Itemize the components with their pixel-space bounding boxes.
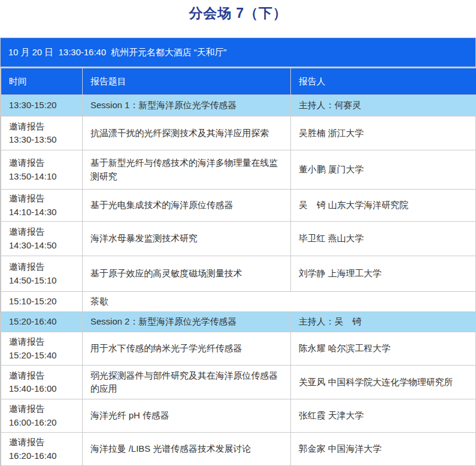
talk-title-cell: 海洋光纤 pH 传感器: [83, 399, 291, 433]
time-cell: 邀请报告14:30-14:50: [1, 222, 83, 256]
time-cell: 邀请报告16:00-16:20: [1, 399, 83, 433]
talk-title-cell: 海洋水母暴发监测技术研究: [83, 222, 291, 256]
speaker-cell: 吴 锜 山东大学海洋研究院: [291, 190, 476, 222]
session-row: 13:30-15:20 Session 1：新型海洋原位光学传感器 主持人：何赛…: [1, 95, 476, 116]
table-row: 邀请报告14:10-14:30 基于光电集成技术的海洋原位传感器 吴 锜 山东大…: [1, 190, 476, 222]
speaker-cell: 吴胜楠 浙江大学: [291, 116, 476, 150]
table-header-row: 时间 报告题目 报告人: [1, 68, 476, 95]
table-row: 邀请报告16:00-16:20 海洋光纤 pH 传感器 张红霞 天津大学: [1, 399, 476, 433]
talk-title-cell: 海洋拉曼 /LIBS 光谱传感器技术发展讨论: [83, 433, 291, 466]
table-row: 邀请报告13:50-14:10 基于新型光纤与传感技术的海洋多物理量在线监测研究…: [1, 150, 476, 190]
chair-cell: 主持人：何赛灵: [291, 95, 476, 116]
session-title-cell: Session 1：新型海洋原位光学传感器: [83, 95, 291, 116]
talk-title-cell: 基于原子效应的高灵敏度磁场测量技术: [83, 256, 291, 292]
session-date-location-bar: 10 月 20 日 13:30-16:40 杭州开元名都大酒店 “天和厅”: [1, 38, 475, 68]
time-cell: 邀请报告15:40-16:00: [1, 366, 83, 399]
time-cell: 15:20-16:40: [1, 312, 83, 332]
session-row: 15:20-16:40 Session 2：新型海洋原位光学传感器 主持人：吴 …: [1, 312, 476, 332]
talk-title-cell: 基于光电集成技术的海洋原位传感器: [83, 190, 291, 222]
table-row: 邀请报告16:20-16:40 海洋拉曼 /LIBS 光谱传感器技术发展讨论 郭…: [1, 433, 476, 466]
speaker-cell: 关亚风 中国科学院大连化学物理研究所: [291, 366, 476, 399]
time-cell: 邀请报告13:30-13:50: [1, 116, 83, 150]
talk-title-cell: 弱光探测器件与部件研究及其在海洋原位传感器的应用: [83, 366, 291, 399]
table-row: 邀请报告13:30-13:50 抗温漂干扰的光纤探测技术及其海洋应用探索 吴胜楠…: [1, 116, 476, 150]
talk-title-cell: 抗温漂干扰的光纤探测技术及其海洋应用探索: [83, 116, 291, 150]
column-header-title: 报告题目: [83, 68, 291, 95]
break-cell: 茶歇: [83, 292, 476, 312]
speaker-cell: 毕卫红 燕山大学: [291, 222, 476, 256]
table-row: 邀请报告14:30-14:50 海洋水母暴发监测技术研究 毕卫红 燕山大学: [1, 222, 476, 256]
time-cell: 13:30-15:20: [1, 95, 83, 116]
speaker-cell: 张红霞 天津大学: [291, 399, 476, 433]
table-row: 邀请报告15:40-16:00 弱光探测器件与部件研究及其在海洋原位传感器的应用…: [1, 366, 476, 399]
schedule-table-container: 10 月 20 日 13:30-16:40 杭州开元名都大酒店 “天和厅” 时间…: [0, 37, 476, 466]
talk-title-cell: 用于水下传感的纳米光子学光纤传感器: [83, 332, 291, 366]
table-row: 邀请报告15:20-15:40 用于水下传感的纳米光子学光纤传感器 陈永耀 哈尔…: [1, 332, 476, 366]
speaker-cell: 郭金家 中国海洋大学: [291, 433, 476, 466]
time-cell: 邀请报告13:50-14:10: [1, 150, 83, 190]
break-row: 15:10-15:20 茶歇: [1, 292, 476, 312]
time-cell: 15:10-15:20: [1, 292, 83, 312]
session-title-cell: Session 2：新型海洋原位光学传感器: [83, 312, 291, 332]
talk-title-cell: 基于新型光纤与传感技术的海洋多物理量在线监测研究: [83, 150, 291, 190]
time-cell: 邀请报告15:20-15:40: [1, 332, 83, 366]
column-header-speaker: 报告人: [291, 68, 476, 95]
page-title: 分会场 7（下）: [0, 0, 476, 37]
date-location-text: 10 月 20 日 13:30-16:40 杭州开元名都大酒店 “天和厅”: [8, 47, 227, 58]
program-table: 时间 报告题目 报告人 13:30-15:20 Session 1：新型海洋原位…: [1, 68, 476, 466]
time-cell: 邀请报告14:10-14:30: [1, 190, 83, 222]
table-row: 邀请报告14:50-15:10 基于原子效应的高灵敏度磁场测量技术 刘学静 上海…: [1, 256, 476, 292]
speaker-cell: 刘学静 上海理工大学: [291, 256, 476, 292]
speaker-cell: 董小鹏 厦门大学: [291, 150, 476, 190]
chair-cell: 主持人：吴 锜: [291, 312, 476, 332]
column-header-time: 时间: [1, 68, 83, 95]
time-cell: 邀请报告16:20-16:40: [1, 433, 83, 466]
time-cell: 邀请报告14:50-15:10: [1, 256, 83, 292]
speaker-cell: 陈永耀 哈尔滨工程大学: [291, 332, 476, 366]
